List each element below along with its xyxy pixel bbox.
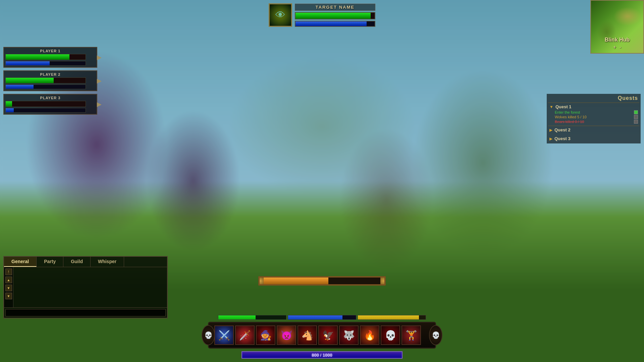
action-slot-7-icon: 🐺 bbox=[340, 326, 358, 344]
chat-tab-guild[interactable]: Guild bbox=[63, 257, 91, 267]
action-bar-container: 💀 💀 ⚔️ 🗡️ 🧙 👿 🐴 🦅 🐺 🔥 💀 � bbox=[208, 315, 436, 349]
target-hp-bar bbox=[295, 12, 375, 19]
chat-input-area bbox=[4, 307, 167, 318]
chat-tab-general[interactable]: General bbox=[4, 257, 37, 267]
action-slot-3[interactable]: 🧙 bbox=[256, 325, 275, 345]
xp-bar-left-ornament bbox=[258, 276, 264, 286]
action-slot-2[interactable]: 🗡️ bbox=[235, 325, 255, 345]
target-hp-fill bbox=[296, 13, 371, 19]
minimap-title: Blink Hub bbox=[591, 37, 643, 43]
quest-item-1: ▼ Quest 1 Enter the forest Wolves killed… bbox=[547, 103, 641, 126]
quest-obj-icon-complete bbox=[634, 110, 638, 114]
player-3-hp-bar bbox=[5, 101, 86, 107]
player-1-mp-fill bbox=[6, 61, 50, 65]
chat-icon-alert[interactable]: ! bbox=[5, 268, 12, 275]
resource-bars bbox=[208, 315, 436, 320]
target-bars: TARGET NAME bbox=[295, 4, 375, 27]
quest-1-obj-3-text: Bears killed 0 / 10 bbox=[555, 120, 584, 124]
action-slot-10[interactable]: 🏋️ bbox=[401, 325, 421, 345]
player-frames: PLAYER 1 ▶ PLAYER 2 ▶ PLAYER 3 ▶ bbox=[3, 47, 97, 115]
action-slot-10-icon: 🏋️ bbox=[402, 326, 420, 344]
player-1-hp-bar bbox=[5, 54, 86, 60]
action-slot-5[interactable]: 🐴 bbox=[298, 325, 317, 345]
xp-bar-fill bbox=[260, 278, 328, 284]
mp-bar-fill bbox=[288, 315, 342, 319]
action-slot-9-icon: 💀 bbox=[381, 326, 399, 344]
player-3-name: PLAYER 3 bbox=[5, 96, 95, 100]
player-2-name: PLAYER 2 bbox=[5, 72, 95, 76]
quest-1-name: Quest 1 bbox=[555, 104, 572, 109]
hp-bar bbox=[218, 315, 286, 320]
player-1-arrow: ▶ bbox=[97, 54, 102, 61]
player-frame-3: PLAYER 3 ▶ bbox=[3, 94, 97, 115]
action-slot-6[interactable]: 🦅 bbox=[318, 325, 338, 345]
target-frame: TARGET NAME bbox=[269, 3, 375, 27]
quests-title: Quests bbox=[547, 94, 641, 103]
quest-2-toggle-icon: ▶ bbox=[549, 128, 552, 132]
ep-bar-fill bbox=[358, 315, 419, 319]
xp-bar-container bbox=[258, 276, 386, 286]
right-skull-decoration: 💀 bbox=[429, 325, 442, 345]
xp-bar-frame bbox=[258, 276, 386, 286]
player-3-arrow: ▶ bbox=[97, 101, 102, 108]
quest-1-toggle-icon: ▼ bbox=[549, 105, 553, 109]
action-slot-1[interactable]: ⚔️ bbox=[214, 325, 234, 345]
quest-3-header[interactable]: ▶ Quest 3 bbox=[549, 136, 638, 141]
action-slot-3-icon: 🧙 bbox=[257, 326, 275, 344]
minimap-zoom-in[interactable]: + bbox=[613, 44, 616, 50]
chat-tab-whisper[interactable]: Whisper bbox=[91, 257, 124, 267]
xp-bar-right-ornament bbox=[380, 276, 386, 286]
hp-bar-fill bbox=[218, 315, 256, 319]
quest-3-toggle-icon: ▶ bbox=[549, 136, 552, 141]
chat-window: General Party Guild Whisper ! ▲ ▼ ▼ bbox=[3, 256, 168, 318]
chat-tab-party[interactable]: Party bbox=[37, 257, 63, 267]
target-portrait-glow bbox=[269, 3, 292, 27]
quest-1-obj-2-text: Wolves killed 5 / 10 bbox=[555, 115, 587, 119]
quest-obj-icon-progress bbox=[634, 115, 638, 119]
chat-icon-scroll-down[interactable]: ▼ bbox=[5, 285, 12, 291]
quest-2-header[interactable]: ▶ Quest 2 bbox=[549, 127, 638, 132]
target-portrait bbox=[269, 3, 292, 27]
player-2-hp-bar bbox=[5, 77, 86, 83]
minimap-zoom-out[interactable]: - bbox=[620, 44, 621, 50]
target-mp-fill bbox=[296, 21, 367, 26]
xp-text-bar: 800 / 1000 bbox=[241, 351, 402, 359]
player-3-mp-bar bbox=[5, 108, 86, 113]
action-slot-8[interactable]: 🔥 bbox=[360, 325, 379, 345]
quest-1-obj-1: Enter the forest bbox=[549, 110, 638, 114]
quest-1-obj-1-text: Enter the forest bbox=[555, 110, 580, 114]
action-slot-6-icon: 🦅 bbox=[319, 326, 337, 344]
action-slot-7[interactable]: 🐺 bbox=[339, 325, 359, 345]
chat-messages bbox=[13, 267, 167, 307]
player-frame-1: PLAYER 1 ▶ bbox=[3, 47, 97, 68]
player-1-hp-fill bbox=[6, 54, 69, 60]
action-slot-9[interactable]: 💀 bbox=[381, 325, 400, 345]
left-skull-decoration: 💀 bbox=[202, 325, 215, 345]
target-portrait-container bbox=[269, 3, 292, 27]
player-2-hp-fill bbox=[6, 78, 54, 83]
quest-3-name: Quest 3 bbox=[554, 136, 571, 141]
chat-icon-scroll-up[interactable]: ▲ bbox=[5, 277, 12, 283]
chat-icons: ! ▲ ▼ ▼ bbox=[4, 267, 13, 307]
quest-1-header[interactable]: ▼ Quest 1 bbox=[549, 104, 638, 109]
target-name: TARGET NAME bbox=[295, 4, 375, 11]
chat-body: ! ▲ ▼ ▼ bbox=[4, 267, 167, 307]
chat-icon-scroll-bottom[interactable]: ▼ bbox=[5, 293, 12, 299]
ep-bar bbox=[358, 315, 426, 320]
action-slot-4[interactable]: 👿 bbox=[277, 325, 296, 345]
xp-text: 800 / 1000 bbox=[312, 353, 332, 358]
target-mp-bar bbox=[295, 21, 375, 27]
quest-obj-icon-failed bbox=[634, 120, 638, 124]
action-slot-1-icon: ⚔️ bbox=[215, 326, 233, 344]
player-3-hp-fill bbox=[6, 101, 12, 107]
action-slot-8-icon: 🔥 bbox=[361, 326, 379, 344]
mp-bar bbox=[288, 315, 356, 320]
player-1-name: PLAYER 1 bbox=[5, 49, 95, 53]
quest-item-2: ▶ Quest 2 bbox=[547, 126, 641, 135]
quest-item-3: ▶ Quest 3 bbox=[547, 135, 641, 143]
player-3-mp-fill bbox=[6, 108, 14, 112]
quest-tracker: Quests ▼ Quest 1 Enter the forest Wolves… bbox=[547, 94, 641, 143]
chat-input[interactable] bbox=[5, 309, 166, 316]
quest-1-obj-3: Bears killed 0 / 10 bbox=[549, 120, 638, 124]
player-1-mp-bar bbox=[5, 61, 86, 66]
